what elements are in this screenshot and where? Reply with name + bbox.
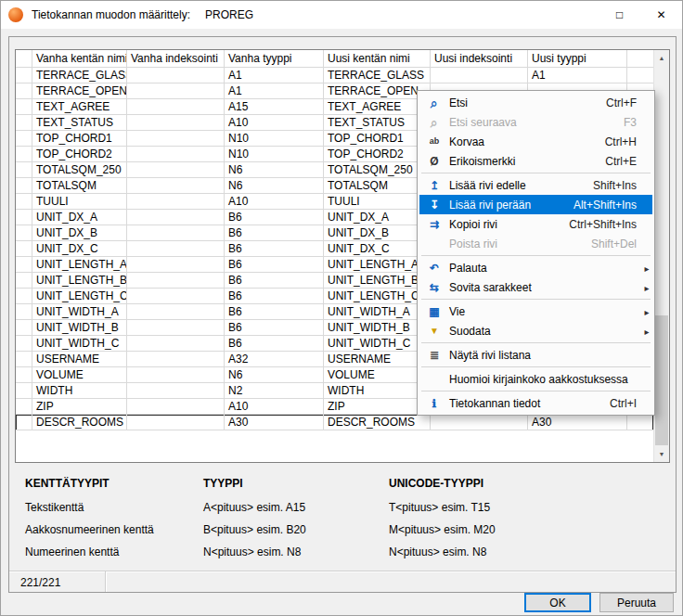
cell-old-type[interactable]: B6 [225, 241, 324, 257]
cell-new-type[interactable]: A30 [528, 415, 627, 430]
cell-old-type[interactable]: A15 [225, 99, 324, 115]
row-margin-cell[interactable] [16, 415, 32, 430]
cell-old-type[interactable]: A10 [225, 399, 324, 415]
menu-item-huomioi-kirjainkoko[interactable]: Huomioi kirjainkoko aakkostuksessa [419, 369, 652, 389]
row-margin-cell[interactable] [16, 162, 32, 178]
row-margin-cell[interactable] [16, 131, 32, 147]
cell-old-name[interactable]: UNIT_LENGTH_C [32, 289, 127, 304]
menu-item-korvaa[interactable]: ab Korvaa Ctrl+H [419, 132, 652, 151]
cell-old-index[interactable] [127, 68, 225, 83]
scroll-up-icon[interactable]: ▲ [654, 50, 669, 66]
cell-new-name[interactable]: UNIT_DX_C [324, 241, 431, 257]
cell-old-name[interactable]: TEXT_AGREE [32, 99, 127, 115]
menu-item-etsi[interactable]: ⌕ Etsi Ctrl+F [419, 93, 652, 112]
cell-old-name[interactable]: UNIT_DX_A [32, 210, 127, 225]
table-row[interactable]: TERRACE_GLASS A1 TERRACE_GLASS A1 [16, 68, 653, 83]
menu-item-vie[interactable]: ▦ Vie [419, 302, 652, 321]
cell-old-name[interactable]: DESCR_ROOMS [32, 415, 127, 430]
cell-old-index[interactable] [127, 115, 225, 131]
cell-old-type[interactable]: B6 [225, 304, 324, 320]
cell-old-name[interactable]: UNIT_WIDTH_A [32, 304, 127, 320]
col-header-new-index[interactable]: Uusi indeksointi [431, 50, 528, 68]
cell-old-name[interactable]: TOTALSQM_250 [32, 162, 127, 178]
cell-old-name[interactable]: ZIP [32, 399, 127, 415]
col-header-new-type[interactable]: Uusi tyyppi [528, 50, 627, 68]
cell-old-index[interactable] [127, 257, 225, 273]
scrollbar-thumb[interactable] [655, 315, 668, 445]
cell-old-index[interactable] [127, 225, 225, 241]
cell-old-type[interactable]: A1 [225, 68, 324, 83]
cancel-button[interactable]: Peruuta [599, 593, 674, 612]
cell-old-type[interactable]: A30 [225, 415, 324, 430]
row-margin-cell[interactable] [16, 194, 32, 210]
row-margin-cell[interactable] [16, 257, 32, 273]
cell-old-type[interactable]: A10 [225, 115, 324, 131]
row-margin-cell[interactable] [16, 225, 32, 241]
menu-item-sovita-sarakkeet[interactable]: ⇆ Sovita sarakkeet [419, 277, 652, 297]
cell-new-name[interactable]: DESCR_ROOMS [324, 415, 431, 430]
cell-old-index[interactable] [127, 210, 225, 225]
cell-new-name[interactable]: UNIT_DX_B [324, 225, 431, 241]
cell-new-name[interactable]: TOP_CHORD2 [324, 147, 431, 162]
col-header-old-name[interactable]: Vanha kentän nimi [32, 50, 127, 68]
cell-old-index[interactable] [127, 241, 225, 257]
row-margin-cell[interactable] [16, 83, 32, 99]
row-margin-cell[interactable] [16, 367, 32, 383]
cell-old-name[interactable]: TERRACE_GLASS [32, 68, 127, 83]
cell-old-index[interactable] [127, 194, 225, 210]
cell-old-index[interactable] [127, 178, 225, 194]
cell-old-name[interactable]: TERRACE_OPEN [32, 83, 127, 99]
cell-new-name[interactable]: UNIT_WIDTH_C [324, 336, 431, 352]
cell-new-name[interactable]: TOTALSQM [324, 178, 431, 194]
cell-new-name[interactable]: TERRACE_GLASS [324, 68, 431, 83]
cell-old-type[interactable]: N6 [225, 178, 324, 194]
cell-new-type[interactable]: A1 [528, 68, 627, 83]
row-margin-cell[interactable] [16, 147, 32, 162]
cell-old-name[interactable]: TUULI [32, 194, 127, 210]
cell-new-name[interactable]: TEXT_AGREE [324, 99, 431, 115]
cell-old-type[interactable]: A32 [225, 352, 324, 367]
cell-old-name[interactable]: UNIT_WIDTH_C [32, 336, 127, 352]
cell-old-index[interactable] [127, 131, 225, 147]
cell-old-index[interactable] [127, 99, 225, 115]
scroll-down-icon[interactable]: ▼ [654, 446, 669, 462]
ok-button[interactable]: OK [524, 593, 591, 612]
cell-old-name[interactable]: TOTALSQM [32, 178, 127, 194]
cell-new-name[interactable]: WIDTH [324, 383, 431, 399]
cell-old-index[interactable] [127, 304, 225, 320]
row-margin-cell[interactable] [16, 241, 32, 257]
menu-item-kopioi-rivi[interactable]: ⇉ Kopioi rivi Ctrl+Shift+Ins [419, 214, 652, 234]
vertical-scrollbar[interactable]: ▲ ▼ [653, 50, 669, 462]
row-margin-cell[interactable] [16, 320, 32, 336]
cell-old-name[interactable]: TOP_CHORD2 [32, 147, 127, 162]
col-header-old-index[interactable]: Vanha indeksointi [127, 50, 225, 68]
cell-old-type[interactable]: B6 [225, 210, 324, 225]
cell-old-name[interactable]: TEXT_STATUS [32, 115, 127, 131]
menu-item-palauta[interactable]: ↶ Palauta [419, 258, 652, 277]
cell-old-index[interactable] [127, 367, 225, 383]
cell-old-name[interactable]: UNIT_DX_C [32, 241, 127, 257]
cell-old-type[interactable]: N6 [225, 367, 324, 383]
cell-old-type[interactable]: B6 [225, 257, 324, 273]
row-margin-cell[interactable] [16, 115, 32, 131]
cell-old-type[interactable]: N10 [225, 131, 324, 147]
cell-new-name[interactable]: UNIT_LENGTH_B [324, 273, 431, 289]
menu-item-erikoismerkki[interactable]: Ø Erikoismerkki Ctrl+E [419, 151, 652, 171]
menu-item-poista-rivi[interactable]: Poista rivi Shift+Del [419, 234, 652, 253]
cell-old-type[interactable]: B6 [225, 273, 324, 289]
cell-old-index[interactable] [127, 336, 225, 352]
cell-old-index[interactable] [127, 289, 225, 304]
cell-old-name[interactable]: UNIT_DX_B [32, 225, 127, 241]
close-button[interactable]: ✕ [640, 1, 682, 29]
cell-new-index[interactable] [431, 68, 528, 83]
table-row[interactable]: DESCR_ROOMS A30 DESCR_ROOMS A30 [16, 415, 653, 430]
cell-new-name[interactable]: TUULI [324, 194, 431, 210]
cell-new-name[interactable]: USERNAME [324, 352, 431, 367]
cell-new-name[interactable]: UNIT_LENGTH_A [324, 257, 431, 273]
cell-old-type[interactable]: B6 [225, 320, 324, 336]
cell-old-type[interactable]: A1 [225, 83, 324, 99]
row-margin-cell[interactable] [16, 99, 32, 115]
cell-new-name[interactable]: UNIT_LENGTH_C [324, 289, 431, 304]
cell-new-name[interactable]: TEXT_STATUS [324, 115, 431, 131]
row-margin-cell[interactable] [16, 178, 32, 194]
